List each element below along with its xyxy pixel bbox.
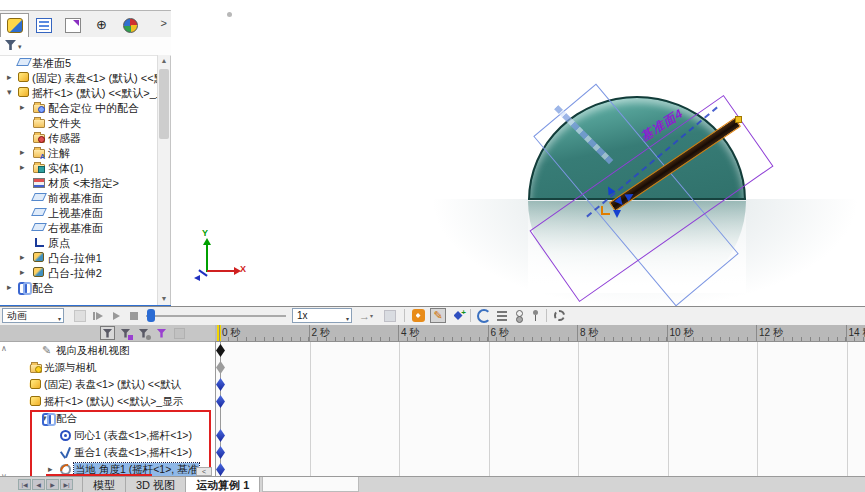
tab-propertymanager[interactable]: [29, 13, 58, 37]
collapsed-arrow-icon[interactable]: ▸: [20, 162, 25, 172]
keyframe-diamond-blue[interactable]: [216, 463, 225, 476]
playback-speed-select[interactable]: 1x▾: [292, 308, 352, 323]
study-type-select[interactable]: 动画▾: [2, 308, 64, 323]
animation-wizard-button[interactable]: [410, 308, 426, 323]
tabs-overflow-chevron[interactable]: >: [161, 17, 167, 29]
tree-filter-bar[interactable]: ▾: [0, 37, 171, 56]
tree-row[interactable]: ▸凸台-拉伸2: [0, 265, 157, 280]
tab-dimxpertmanager[interactable]: ⊕: [87, 13, 116, 37]
tree-row[interactable]: ✎视向及相机视图: [12, 342, 215, 359]
tree-row[interactable]: ▾摇杆<1> (默认) <<默认>_显示: [0, 85, 157, 100]
collapsed-arrow-icon[interactable]: ▸: [20, 147, 25, 157]
autokey-button[interactable]: ✎: [430, 308, 446, 323]
gravity-button[interactable]: [528, 308, 544, 323]
collapsed-arrow-icon[interactable]: ▸: [48, 464, 53, 474]
tree-row[interactable]: ▸光源与相机: [12, 359, 215, 376]
scroll-down-icon[interactable]: ▼: [158, 293, 170, 305]
scroll-up-icon[interactable]: ∧: [1, 344, 7, 353]
material-icon: [33, 178, 45, 188]
tree-row[interactable]: 同心1 (表盘<1>,摇杆<1>): [12, 427, 215, 444]
collapsed-arrow-icon[interactable]: ▸: [20, 267, 25, 277]
ruler-time-label: 14 秒: [849, 326, 865, 340]
tree-row[interactable]: 原点: [0, 235, 157, 250]
tree-vertical-scrollbar[interactable]: ▲ ▼: [157, 55, 170, 305]
tree-row[interactable]: ▸配合定位 中的配合: [0, 100, 157, 115]
tree-row[interactable]: 右视基准面: [0, 220, 157, 235]
keyframe-diamond-black[interactable]: [216, 344, 225, 357]
filter-driving-button[interactable]: [136, 326, 151, 340]
filter-selected-button[interactable]: [154, 326, 169, 340]
document-tab-3D 视图[interactable]: 3D 视图: [126, 477, 186, 492]
last-tab-button[interactable]: ▶|: [60, 479, 73, 490]
scroll-up-icon[interactable]: ▲: [158, 55, 170, 67]
tree-row[interactable]: 材质 <未指定>: [0, 175, 157, 190]
expanded-arrow-icon[interactable]: ▾: [7, 87, 12, 97]
add-key-button[interactable]: +: [450, 308, 466, 323]
stop-button[interactable]: [126, 308, 142, 323]
tree-row[interactable]: 文件夹: [0, 115, 157, 130]
tree-row[interactable]: ▸配合: [0, 280, 157, 295]
play-button[interactable]: [108, 308, 124, 323]
tree-row[interactable]: ▸注解: [0, 145, 157, 160]
next-tab-button[interactable]: ▶: [46, 479, 59, 490]
scrollbar-thumb[interactable]: [159, 69, 169, 139]
keyframe-diamond-blue[interactable]: [216, 429, 225, 442]
tree-row[interactable]: ▸摇杆<1> (默认) <<默认>_显示: [12, 393, 215, 410]
tree-row[interactable]: ▸(固定) 表盘<1> (默认) <<默认: [12, 376, 215, 393]
tree-item-label: 摇杆<1> (默认) <<默认>_显示: [44, 395, 183, 409]
slider-thumb[interactable]: [147, 309, 155, 322]
timeline-ruler[interactable]: 0 秒2 秒4 秒6 秒8 秒10 秒12 秒14 秒: [215, 325, 865, 342]
filter-results-button[interactable]: [172, 326, 187, 340]
feature-tree: 基准面5▸(固定) 表盘<1> (默认) <<默认▾摇杆<1> (默认) <<默…: [0, 55, 157, 305]
collapsed-arrow-icon[interactable]: ▸: [7, 282, 12, 292]
tree-row[interactable]: ▸(固定) 表盘<1> (默认) <<默认: [0, 70, 157, 85]
motion-tree-scrollbar[interactable]: ∧ ∨: [0, 344, 12, 481]
gear-badge: [146, 335, 151, 340]
tree-row[interactable]: 传感器: [0, 130, 157, 145]
keyframe-diamond-blue[interactable]: [216, 446, 225, 459]
angle-icon: [60, 464, 71, 475]
contact-button[interactable]: [511, 308, 527, 323]
calculate-icon: [74, 310, 86, 322]
filter-animated-button[interactable]: [118, 326, 133, 340]
calculate-button[interactable]: [72, 308, 88, 323]
tree-row[interactable]: 基准面5: [0, 55, 157, 70]
manager-tabs: ⊕ >: [0, 11, 171, 38]
tree-item-label: 右视基准面: [48, 221, 103, 236]
play-from-start-button[interactable]: [90, 308, 106, 323]
keyframe-diamond-gray[interactable]: [216, 361, 225, 374]
filter-none-button[interactable]: [100, 326, 115, 340]
tree-item-label: 凸台-拉伸2: [48, 266, 102, 281]
document-tab-运动算例 1[interactable]: 运动算例 1: [186, 477, 260, 492]
timeline-position-slider[interactable]: [146, 315, 286, 317]
tab-displaymanager[interactable]: [116, 13, 145, 37]
collapsed-arrow-icon[interactable]: ▸: [7, 72, 12, 82]
motion-study-properties-button[interactable]: [551, 308, 567, 323]
first-tab-button[interactable]: |◀: [18, 479, 31, 490]
save-animation-button[interactable]: [382, 308, 398, 323]
tab-featuremanager-tree[interactable]: [0, 13, 29, 37]
keyframe-diamond-blue[interactable]: [216, 378, 225, 391]
spring-button[interactable]: [494, 308, 510, 323]
tree-row[interactable]: ▸凸台-拉伸1: [0, 250, 157, 265]
orientation-icon: ✎: [42, 344, 55, 357]
tree-row[interactable]: 重合1 (表盘<1>,摇杆<1>): [12, 444, 215, 461]
tree-row[interactable]: ▾配合: [12, 410, 215, 427]
collapsed-arrow-icon[interactable]: ▸: [20, 102, 25, 112]
tree-row[interactable]: 前视基准面: [0, 190, 157, 205]
tree-item-label: 配合: [56, 412, 77, 426]
triad-y-arrowhead: [203, 238, 211, 245]
motor-button[interactable]: [476, 308, 492, 323]
playback-mode-button[interactable]: →▾: [356, 308, 376, 323]
tab-configurationmanager[interactable]: [58, 13, 87, 37]
ruler-time-label: 12 秒: [759, 326, 783, 340]
collapsed-arrow-icon[interactable]: ▸: [20, 252, 25, 262]
document-tab-模型[interactable]: 模型: [82, 477, 126, 492]
timeline-area[interactable]: [215, 342, 865, 483]
tree-row[interactable]: 上视基准面: [0, 205, 157, 220]
tree-item-label: 配合: [32, 281, 54, 296]
prev-tab-button[interactable]: ◀: [32, 479, 45, 490]
timeline-scroll-left-button[interactable]: <: [196, 467, 212, 476]
keyframe-diamond-blue[interactable]: [216, 395, 225, 408]
tree-row[interactable]: ▸实体(1): [0, 160, 157, 175]
